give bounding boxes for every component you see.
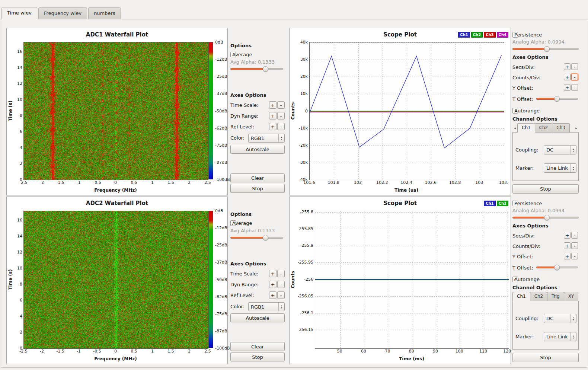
channel-tabs-right-arrow-icon[interactable] bbox=[574, 124, 579, 133]
slider-knob[interactable] bbox=[554, 265, 560, 270]
adc1-waterfall-title: ADC1 Waterfall Plot bbox=[7, 31, 227, 38]
spinner-arrows-icon[interactable] bbox=[570, 332, 576, 341]
slider-knob[interactable] bbox=[263, 235, 268, 240]
channel-tab-ch1[interactable]: Ch1 bbox=[512, 292, 530, 301]
tab-time-view[interactable]: Time wiev bbox=[1, 7, 37, 19]
color-label: Color: bbox=[230, 135, 245, 141]
stop-button[interactable]: Stop bbox=[230, 184, 285, 193]
y-offset-minus-button[interactable]: - bbox=[571, 253, 578, 259]
slider-fill bbox=[512, 48, 547, 50]
spinner-arrows-icon[interactable] bbox=[570, 164, 576, 172]
scope2-controls: Persistence Analog Alpha: 0.0994 Axes Op… bbox=[512, 197, 579, 364]
stop-button[interactable]: Stop bbox=[512, 184, 579, 194]
ref-level-plus-button[interactable]: + bbox=[269, 291, 277, 299]
autoscale-button[interactable]: Autoscale bbox=[230, 313, 285, 322]
channel-tabs-left-arrow-icon[interactable] bbox=[512, 124, 517, 133]
channel-tab-ch3[interactable]: Ch3 bbox=[552, 123, 570, 133]
colorbar-tick-label: -50dB bbox=[215, 277, 227, 282]
x-tick-label: 2 bbox=[188, 180, 191, 185]
adc2-waterfall-plot-canvas[interactable] bbox=[23, 211, 208, 349]
analog-alpha-slider[interactable] bbox=[512, 215, 579, 220]
t-offset-slider[interactable] bbox=[536, 96, 578, 102]
channel-tab-ch2[interactable]: Ch2 bbox=[535, 123, 553, 133]
y-tick-label: 10k bbox=[300, 91, 308, 96]
legend-chip-ch3: Ch3 bbox=[484, 32, 495, 38]
time-scale-minus-button[interactable]: - bbox=[277, 101, 285, 109]
dyn-range-plus-button[interactable]: + bbox=[269, 112, 277, 119]
spinner-arrows-icon[interactable] bbox=[570, 314, 576, 323]
channel-tab-xy[interactable]: XY bbox=[564, 292, 579, 301]
avg-alpha-slider[interactable] bbox=[230, 66, 283, 72]
channel-tab-ch1[interactable]: Ch1 bbox=[517, 123, 535, 133]
persistence-label: Persistence bbox=[514, 32, 542, 38]
x-tick-label: -2.5 bbox=[19, 180, 27, 185]
spinner-arrows-icon[interactable] bbox=[278, 303, 284, 311]
colorbar-tick-label: -25dB bbox=[215, 243, 227, 248]
dyn-range-plus-button[interactable]: + bbox=[269, 281, 277, 288]
counts-div-plus-button[interactable]: + bbox=[564, 242, 571, 249]
colorbar-tick-label: -62dB bbox=[215, 294, 227, 299]
scope2-plot-canvas[interactable] bbox=[315, 211, 509, 349]
secs-div-minus-button[interactable]: - bbox=[571, 63, 578, 70]
channel-tab-ch2[interactable]: Ch2 bbox=[530, 292, 548, 301]
secs-div-plus-button[interactable]: + bbox=[564, 63, 571, 70]
avg-alpha-slider[interactable] bbox=[230, 235, 283, 240]
average-label: Average bbox=[232, 220, 252, 226]
analog-alpha-slider[interactable] bbox=[512, 46, 579, 52]
autoscale-button[interactable]: Autoscale bbox=[230, 145, 285, 154]
scope2-x-axis-title: Time (ms) bbox=[315, 356, 508, 361]
slider-knob[interactable] bbox=[544, 215, 550, 220]
y-offset-plus-button[interactable]: + bbox=[564, 253, 571, 259]
spinner-arrows-icon[interactable] bbox=[570, 146, 576, 154]
tab-frequency-view[interactable]: Frequency wiev bbox=[38, 7, 87, 19]
y-offset-minus-button[interactable]: - bbox=[571, 84, 578, 91]
ref-level-minus-button[interactable]: - bbox=[277, 291, 285, 299]
slider-knob[interactable] bbox=[263, 66, 268, 72]
color-combo[interactable]: RGB1 bbox=[248, 134, 285, 143]
scope1-plot-canvas[interactable] bbox=[309, 42, 504, 180]
x-tick-label: 1.5 bbox=[167, 180, 174, 185]
spinner-arrows-icon[interactable] bbox=[278, 134, 284, 142]
adc2-y-ticks: 0246810121416 bbox=[13, 211, 22, 348]
y-tick-label: 6 bbox=[20, 129, 22, 134]
stop-button[interactable]: Stop bbox=[230, 353, 285, 361]
channel-tab-trig[interactable]: Trig bbox=[547, 292, 564, 301]
marker-combo[interactable]: Line Link bbox=[544, 163, 576, 173]
counts-div-minus-button[interactable]: - bbox=[571, 74, 578, 80]
coupling-combo[interactable]: DC bbox=[544, 145, 576, 154]
adc1-waterfall-plot-canvas[interactable] bbox=[23, 42, 208, 180]
secs-div-plus-button[interactable]: + bbox=[564, 232, 571, 239]
tab-numbers[interactable]: numbers bbox=[88, 7, 121, 19]
colorbar-tick-label: 0dB bbox=[215, 40, 223, 45]
ref-level-minus-button[interactable]: - bbox=[277, 123, 285, 130]
ref-level-plus-button[interactable]: + bbox=[269, 123, 277, 130]
scope2-panel: Scope Plot Ch1Ch2 Counts -256.15-256.1-2… bbox=[289, 197, 511, 364]
dyn-range-minus-button[interactable]: - bbox=[277, 112, 285, 119]
y-tick-label: -256 bbox=[304, 277, 313, 281]
x-tick-label: 0.5 bbox=[131, 349, 137, 354]
x-tick-label: 90 bbox=[433, 349, 438, 354]
average-label: Average bbox=[232, 52, 252, 57]
adc2-x-axis-title: Frequency (MHz) bbox=[23, 356, 208, 361]
time-scale-plus-button[interactable]: + bbox=[269, 270, 277, 277]
slider-knob[interactable] bbox=[554, 96, 560, 102]
adc2-waterfall-panel: ADC2 Waterfall Plot Time (s) 02468101214… bbox=[6, 197, 228, 364]
coupling-combo[interactable]: DC bbox=[544, 314, 576, 323]
color-combo[interactable]: RGB1 bbox=[248, 302, 285, 311]
y-offset-plus-button[interactable]: + bbox=[564, 84, 571, 91]
counts-div-plus-button[interactable]: + bbox=[564, 74, 571, 80]
marker-combo[interactable]: Line Link bbox=[544, 332, 576, 341]
time-scale-plus-button[interactable]: + bbox=[269, 101, 277, 109]
clear-button[interactable]: Clear bbox=[230, 342, 285, 351]
slider-knob[interactable] bbox=[544, 46, 550, 52]
dyn-range-minus-button[interactable]: - bbox=[277, 281, 285, 288]
counts-div-minus-button[interactable]: - bbox=[571, 242, 578, 249]
clear-button[interactable]: Clear bbox=[230, 173, 285, 182]
x-tick-label: -0.5 bbox=[93, 180, 101, 185]
secs-div-minus-button[interactable]: - bbox=[571, 232, 578, 239]
time-scale-minus-button[interactable]: - bbox=[277, 270, 285, 277]
t-offset-slider[interactable] bbox=[536, 265, 578, 270]
x-tick-label: 103 bbox=[475, 180, 483, 185]
adc1-colorbar bbox=[208, 42, 213, 179]
stop-button[interactable]: Stop bbox=[512, 353, 579, 362]
